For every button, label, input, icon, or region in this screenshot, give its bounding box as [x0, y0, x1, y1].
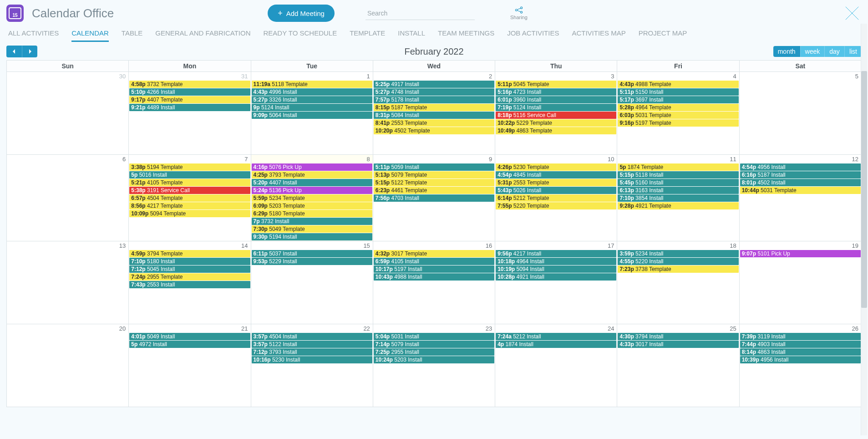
calendar-event[interactable]: 5:28p 4964 Template: [618, 104, 738, 111]
calendar-event[interactable]: 7:12p 5045 Install: [129, 265, 250, 273]
calendar-event[interactable]: 5:45p 5160 Install: [618, 179, 738, 186]
view-btn-list[interactable]: list: [844, 46, 862, 57]
calendar-event[interactable]: 6:16p 5187 Install: [740, 171, 861, 179]
calendar-event[interactable]: 4:54p 4956 Install: [740, 163, 861, 171]
tab-project-map[interactable]: PROJECT MAP: [639, 29, 687, 42]
calendar-event[interactable]: 7:23p 3738 Template: [618, 265, 738, 273]
add-meeting-button[interactable]: + Add Meeting: [268, 5, 335, 22]
calendar-event[interactable]: 6:13p 3163 Install: [618, 187, 738, 194]
calendar-day-cell[interactable]: 115p 1874 Template5:15p 5118 Install5:45…: [617, 155, 739, 241]
calendar-day-cell[interactable]: 235:04p 5031 Install7:14p 5079 Install7:…: [373, 324, 495, 407]
calendar-event[interactable]: 10:43p 4988 Install: [374, 273, 494, 281]
calendar-day-cell[interactable]: 25:25p 4917 Install5:27p 4748 Install7:5…: [373, 72, 495, 155]
calendar-event[interactable]: 7:14p 5079 Install: [374, 341, 494, 348]
calendar-event[interactable]: 6:23p 4461 Template: [374, 187, 494, 194]
calendar-day-cell[interactable]: 199:07p 5101 Pick Up: [739, 241, 861, 324]
tab-ready-schedule[interactable]: READY TO SCHEDULE: [263, 29, 337, 42]
calendar-event[interactable]: 5:27p 3326 Install: [252, 96, 372, 103]
tab-calendar[interactable]: CALENDAR: [71, 29, 109, 42]
calendar-event[interactable]: 7:44p 4903 Install: [740, 341, 861, 348]
calendar-event[interactable]: 5:16p 4723 Install: [496, 88, 616, 96]
calendar-event[interactable]: 8:18p 5116 Service Call: [496, 112, 616, 119]
calendar-day-cell[interactable]: 20: [7, 324, 129, 407]
calendar-event[interactable]: 6:09p 5203 Template: [252, 202, 372, 209]
calendar-event[interactable]: 5p 1874 Template: [618, 163, 738, 171]
calendar-event[interactable]: 9:30p 5194 Install: [252, 233, 372, 240]
calendar-day-cell[interactable]: 267:39p 3119 Install7:44p 4903 Install8:…: [739, 324, 861, 407]
calendar-event[interactable]: 6:11p 5037 Install: [252, 250, 372, 257]
calendar-event[interactable]: 6:01p 3960 Install: [496, 96, 616, 103]
calendar-event[interactable]: 4:58p 3732 Template: [129, 81, 250, 88]
calendar-day-cell[interactable]: 95:11p 5059 Install5:13p 5079 Template5:…: [373, 155, 495, 241]
calendar-event[interactable]: 7p 3732 Install: [252, 218, 372, 225]
tab-job-activities[interactable]: JOB ACTIVITIES: [507, 29, 559, 42]
calendar-event[interactable]: 10:09p 5094 Template: [129, 210, 250, 217]
calendar-event[interactable]: 10:17p 5197 Install: [374, 265, 494, 273]
calendar-event[interactable]: 5:13p 5079 Template: [374, 171, 494, 179]
calendar-event[interactable]: 4:26p 5230 Template: [496, 163, 616, 171]
calendar-event[interactable]: 5:17p 3697 Install: [618, 96, 738, 103]
calendar-day-cell[interactable]: 6: [7, 155, 129, 241]
calendar-day-cell[interactable]: 254:30p 3794 Install4:33p 3017 Install: [617, 324, 739, 407]
calendar-event[interactable]: 5:27p 4748 Install: [374, 88, 494, 96]
calendar-day-cell[interactable]: 73:38p 5194 Template5p 5016 Install5:21p…: [129, 155, 251, 241]
calendar-event[interactable]: 9:07p 5101 Pick Up: [740, 250, 861, 257]
prev-button[interactable]: [6, 46, 22, 57]
calendar-event[interactable]: 10:39p 4956 Install: [740, 356, 861, 363]
calendar-event[interactable]: 5:11p 5059 Install: [374, 163, 494, 171]
calendar-day-cell[interactable]: 214:01p 5049 Install5p 4972 Install: [129, 324, 251, 407]
calendar-event[interactable]: 5:11p 5150 Install: [618, 88, 738, 96]
tab-install[interactable]: INSTALL: [398, 29, 425, 42]
calendar-event[interactable]: 9:28p 4921 Template: [618, 202, 738, 209]
calendar-event[interactable]: 4:01p 5049 Install: [129, 333, 250, 340]
calendar-day-cell[interactable]: 223:57p 4504 Install3:57p 5122 Install7:…: [251, 324, 373, 407]
calendar-event[interactable]: 8:56p 4217 Template: [129, 202, 250, 209]
tab-general-fabrication[interactable]: GENERAL AND FABRICATION: [155, 29, 250, 42]
calendar-event[interactable]: 10:22p 5229 Template: [496, 119, 616, 127]
calendar-event[interactable]: 7:25p 2955 Install: [374, 348, 494, 356]
view-btn-week[interactable]: week: [800, 46, 825, 57]
calendar-day-cell[interactable]: 164:32p 3017 Template6:59p 4105 Install1…: [373, 241, 495, 324]
calendar-day-cell[interactable]: 84:16p 5076 Pick Up4:25p 3793 Template5:…: [251, 155, 373, 241]
calendar-event[interactable]: 3:57p 4504 Install: [252, 333, 372, 340]
scrollbar[interactable]: [861, 24, 867, 435]
calendar-event[interactable]: 8:41p 2553 Template: [374, 119, 494, 127]
calendar-event[interactable]: 10:49p 4863 Template: [496, 127, 616, 134]
calendar-day-cell[interactable]: 124:54p 4956 Install6:16p 5187 Install8:…: [739, 155, 861, 241]
calendar-event[interactable]: 9:53p 5229 Install: [252, 258, 372, 265]
calendar-day-cell[interactable]: 5: [739, 72, 861, 155]
calendar-event[interactable]: 7:19p 5124 Install: [496, 104, 616, 111]
calendar-day-cell[interactable]: 104:26p 5230 Template4:54p 4845 Install5…: [495, 155, 617, 241]
calendar-event[interactable]: 5p 5016 Install: [129, 171, 250, 179]
calendar-wrap[interactable]: SunMonTueWedThuFriSat 30314:58p 3732 Tem…: [0, 60, 868, 439]
calendar-event[interactable]: 10:44p 5031 Template: [740, 187, 861, 194]
calendar-event[interactable]: 10:16p 5230 Install: [252, 356, 372, 363]
calendar-day-cell[interactable]: 35:11p 5045 Template5:16p 4723 Install6:…: [495, 72, 617, 155]
calendar-event[interactable]: 5p 4972 Install: [129, 341, 250, 348]
calendar-event[interactable]: 4:43p 4988 Template: [618, 81, 738, 88]
calendar-event[interactable]: 3:57p 5122 Install: [252, 341, 372, 348]
calendar-event[interactable]: 10:18p 4964 Install: [496, 258, 616, 265]
calendar-event[interactable]: 4:43p 4996 Install: [252, 88, 372, 96]
calendar-event[interactable]: 7:10p 5180 Install: [129, 258, 250, 265]
sharing-button[interactable]: Sharing: [510, 6, 528, 20]
calendar-event[interactable]: 4:33p 3017 Install: [618, 341, 738, 348]
scroll-thumb[interactable]: [861, 71, 867, 308]
calendar-event[interactable]: 10:24p 5203 Install: [374, 356, 494, 363]
calendar-event[interactable]: 7:39p 3119 Install: [740, 333, 861, 340]
calendar-event[interactable]: 7:10p 3854 Install: [618, 194, 738, 202]
calendar-event[interactable]: 7:57p 5178 Install: [374, 96, 494, 103]
calendar-event[interactable]: 9:21p 4489 Install: [129, 104, 250, 111]
calendar-event[interactable]: 10:20p 4502 Template: [374, 127, 494, 134]
close-button[interactable]: [843, 4, 862, 23]
calendar-event[interactable]: 5:11p 5045 Template: [496, 81, 616, 88]
calendar-event[interactable]: 4:59p 3794 Template: [129, 250, 250, 257]
calendar-event[interactable]: 4:25p 3793 Template: [252, 171, 372, 179]
calendar-event[interactable]: 4:30p 3794 Install: [618, 333, 738, 340]
calendar-event[interactable]: 3:38p 5194 Template: [129, 163, 250, 171]
calendar-event[interactable]: 5:04p 5031 Install: [374, 333, 494, 340]
calendar-event[interactable]: 9:09p 5064 Install: [252, 112, 372, 119]
calendar-event[interactable]: 4p 1874 Install: [496, 341, 616, 348]
tab-activities-map[interactable]: ACTIVITIES MAP: [572, 29, 625, 42]
calendar-event[interactable]: 6:29p 5180 Template: [252, 210, 372, 217]
